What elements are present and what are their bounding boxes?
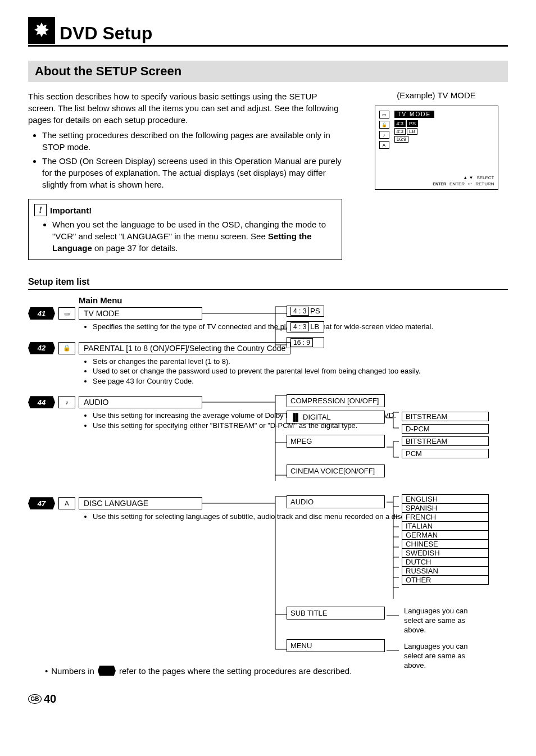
page-footer: GB 40: [28, 693, 508, 705]
intro-bullet: The setting procedures described on the …: [42, 129, 342, 153]
disc-audio-option: AUDIO: [287, 495, 385, 508]
dvd-setup-icon: [28, 17, 55, 44]
mpeg-pcm: PCM: [402, 449, 489, 458]
important-label: Important!: [50, 206, 92, 215]
digital-option: ▐▌ DIGITAL: [287, 411, 385, 423]
intro-row: This section describes how to specify va…: [28, 90, 508, 260]
mpeg-option: MPEG: [287, 435, 385, 448]
subtitle-note: Languages you can select are same as abo…: [404, 607, 483, 635]
page-ref-hex-icon: [98, 666, 116, 676]
language-list: ENGLISH SPANISH FRENCH ITALIAN GERMAN CH…: [402, 494, 489, 584]
language-icon: A: [379, 141, 389, 149]
example-screen: ▭ 🔒 ♪ A TV MODE 4:3PS 4:3LB 16:9 ▲ ▼ SEL…: [375, 106, 498, 190]
audio-icon: ♪: [58, 396, 75, 408]
lang-french: FRENCH: [402, 512, 489, 522]
lang-chinese: CHINESE: [402, 539, 489, 549]
digital-dpcm: D-PCM: [402, 424, 489, 434]
example-option: 16:9: [394, 136, 494, 143]
lang-dutch: DUTCH: [402, 557, 489, 567]
example-menu-title: TV MODE: [394, 111, 435, 118]
important-text: When you set the language to be used in …: [52, 218, 336, 254]
audio-title: AUDIO: [79, 396, 202, 408]
return-icon: ↩: [468, 181, 472, 187]
tv-mode-title: TV MODE: [79, 307, 202, 320]
intro-bullets: The setting procedures described on the …: [28, 129, 342, 190]
lang-german: GERMAN: [402, 530, 489, 540]
intro-bullet: The OSD (On Screen Display) screens used…: [42, 155, 342, 190]
warning-icon: !: [34, 204, 47, 216]
intro-left: This section describes how to specify va…: [28, 90, 342, 260]
page-ref-41: 41: [28, 307, 55, 320]
lang-swedish: SWEDISH: [402, 548, 489, 558]
tv-option-ps: 4 : 3PS: [287, 306, 324, 317]
digital-bitstream: BITSTREAM: [402, 412, 489, 421]
cinema-voice-option: CINEMA VOICE[ON/OFF]: [287, 464, 385, 477]
intro-text: This section describes how to specify va…: [28, 90, 342, 126]
page-number: 40: [44, 693, 56, 705]
parental-desc: Sets or changes the parental level (1 to…: [84, 357, 508, 386]
example-option: 4:3LB: [394, 128, 494, 135]
tv-option-lb: 4 : 3LB: [287, 321, 324, 333]
menu-note: Languages you can select are same as abo…: [404, 642, 483, 671]
audio-icon: ♪: [379, 131, 389, 139]
example-option-selected: 4:3PS: [394, 120, 494, 127]
setup-item-list-header: Setup item list: [28, 277, 508, 290]
gb-badge: GB: [28, 694, 42, 704]
example-label: (Example) TV MODE: [365, 90, 508, 100]
parental-title: PARENTAL [1 to 8 (ON)/OFF]/Selecting the…: [79, 342, 290, 354]
lang-italian: ITALIAN: [402, 521, 489, 531]
example-column: (Example) TV MODE ▭ 🔒 ♪ A TV MODE 4:3PS …: [365, 90, 508, 260]
page-ref-44: 44: [28, 396, 55, 408]
up-down-icon: ▲ ▼: [463, 175, 473, 181]
section-title: About the SETUP Screen: [28, 61, 508, 82]
main-menu-label: Main Menu: [79, 295, 508, 305]
page-title: DVD Setup: [60, 23, 152, 44]
important-box: ! Important! When you set the language t…: [28, 199, 342, 260]
dolby-icon: ▐▌: [290, 413, 301, 421]
disc-language-icon: A: [58, 497, 75, 509]
lang-other: OTHER: [402, 575, 489, 585]
lock-icon: 🔒: [379, 121, 389, 129]
setup-tree: 41 ▭ TV MODE 4 : 3PS 4 : 3LB 16 : 9 Spec…: [28, 307, 508, 676]
disc-language-title: DISC LANGUAGE: [79, 497, 202, 509]
page-header: DVD Setup: [28, 17, 508, 47]
tv-mode-row: 41 ▭ TV MODE: [28, 307, 508, 320]
page-ref-47: 47: [28, 497, 55, 509]
example-footer: ▲ ▼ SELECT ENTER ENTER ↩ RETURN: [379, 175, 494, 187]
mpeg-bitstream: BITSTREAM: [402, 436, 489, 446]
page-ref-42: 42: [28, 342, 55, 354]
parental-row: 42 🔒 PARENTAL [1 to 8 (ON)/OFF]/Selectin…: [28, 342, 508, 354]
tv-mode-icon: ▭: [58, 307, 75, 320]
disc-subtitle-option: SUB TITLE: [287, 607, 385, 620]
compression-option: COMPRESSION [ON/OFF]: [287, 394, 385, 407]
lang-spanish: SPANISH: [402, 503, 489, 513]
lang-english: ENGLISH: [402, 494, 489, 504]
parental-icon: 🔒: [58, 342, 75, 354]
audio-row: 44 ♪ AUDIO: [28, 396, 508, 408]
disc-menu-option: MENU: [287, 639, 385, 652]
lang-russian: RUSSIAN: [402, 566, 489, 576]
tv-icon: ▭: [379, 111, 389, 119]
